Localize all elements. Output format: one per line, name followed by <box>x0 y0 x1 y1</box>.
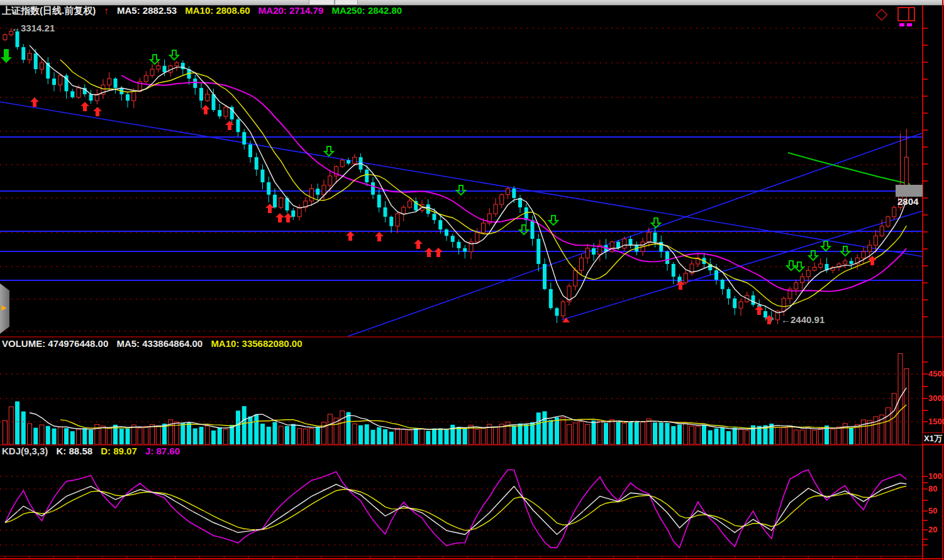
buy-arrow-icon <box>275 213 284 222</box>
buy-arrow-icon <box>346 231 355 241</box>
window-layout-icon-divider <box>908 8 909 20</box>
buy-arrow-icon <box>755 305 764 315</box>
volume-unit-box: X1万 <box>922 432 944 444</box>
ma-lines-layer <box>30 45 906 313</box>
kdj-axis-label: 20 <box>928 525 937 534</box>
sell-arrow-icon <box>519 225 528 234</box>
low-price-annotation: ←2440.91 <box>781 314 825 325</box>
buy-arrow-icon <box>425 248 433 257</box>
buy-arrow-icon <box>414 239 423 249</box>
main-grid-layer <box>0 28 922 331</box>
volume-readout: VOLUME: 474976448.00 <box>2 338 108 349</box>
volume-pane-header: VOLUME: 474976448.00 MA5: 433864864.00 M… <box>2 338 308 349</box>
ma250-readout: MA250: 2842.80 <box>331 5 402 16</box>
kdj-j-readout: J: 87.60 <box>145 446 180 456</box>
buy-arrow-icon <box>81 102 89 111</box>
current-price-marker <box>896 185 923 197</box>
indicator-dot <box>899 23 904 26</box>
sell-arrow-icon <box>325 146 333 156</box>
kdj-title: KDJ(9,3,3) <box>2 446 48 456</box>
sidebar-expander-tab[interactable]: ▶ <box>0 283 9 334</box>
ma10-readout: MA10: 2808.60 <box>185 5 250 16</box>
sell-arrow-icon <box>549 216 558 225</box>
window-layout-icon[interactable] <box>897 7 915 21</box>
signal-arrow-icon: ↑ <box>104 5 109 16</box>
kdj-axis-label: 80 <box>928 484 937 493</box>
volume-axis-label: 15000 <box>928 417 944 426</box>
ma250-line <box>788 153 910 184</box>
volume-axis-label: 30000 <box>928 393 944 403</box>
current-price-label: 2804 <box>897 196 918 207</box>
kdj-k-readout: K: 88.58 <box>57 446 93 456</box>
buy-arrow-icon <box>375 232 384 241</box>
kdj-axis-label: 50 <box>928 506 937 515</box>
sell-arrow-icon <box>457 185 465 195</box>
sell-arrow-icon <box>787 261 796 270</box>
buy-arrow-icon <box>93 107 102 116</box>
buy-arrow-icon <box>225 121 234 130</box>
buy-arrow-icon <box>265 204 274 213</box>
sell-arrow-solid-icon <box>1 49 12 63</box>
app-window: 上证指数(日线.前复权) ↑ MA5: 2882.53 MA10: 2808.6… <box>0 0 944 560</box>
buy-arrow-icon <box>284 213 292 222</box>
buy-arrow-icon <box>30 97 39 107</box>
buy-arrow-icon <box>868 256 877 265</box>
ma20-readout: MA20: 2714.79 <box>258 5 323 16</box>
kdj-pane-header: KDJ(9,3,3) K: 88.58 D: 89.07 J: 87.60 <box>2 446 186 456</box>
volume-layer <box>3 354 909 444</box>
sell-arrow-icon <box>809 251 818 260</box>
kdj-axis-label: 100 <box>928 471 942 481</box>
indicator-dot <box>907 23 912 26</box>
expand-arrow-icon: ▶ <box>1 304 6 312</box>
sell-arrow-icon <box>150 55 159 64</box>
sell-arrow-icon <box>821 241 830 251</box>
volume-axis-label: 45000 <box>928 369 944 378</box>
high-price-annotation: ←3314.21 <box>11 23 55 33</box>
main-pane-header: 上证指数(日线.前复权) ↑ MA5: 2882.53 MA10: 2808.6… <box>2 5 408 17</box>
volume-ma10-readout: MA10: 335682080.00 <box>211 338 302 349</box>
diamond-icon[interactable]: ◇ <box>875 4 887 23</box>
volume-unit-label: X1万 <box>924 434 942 443</box>
sell-arrow-icon <box>170 50 179 60</box>
chart-canvas[interactable] <box>0 0 944 560</box>
buy-arrow-icon <box>434 248 443 257</box>
kdj-d-readout: D: 89.07 <box>101 446 137 456</box>
buy-arrow-icon <box>201 105 210 114</box>
volume-ma5-readout: MA5: 433864864.00 <box>116 338 203 349</box>
kdj-layer <box>5 470 906 548</box>
instrument-title: 上证指数(日线.前复权) <box>2 5 96 16</box>
ma5-readout: MA5: 2882.53 <box>117 5 177 16</box>
